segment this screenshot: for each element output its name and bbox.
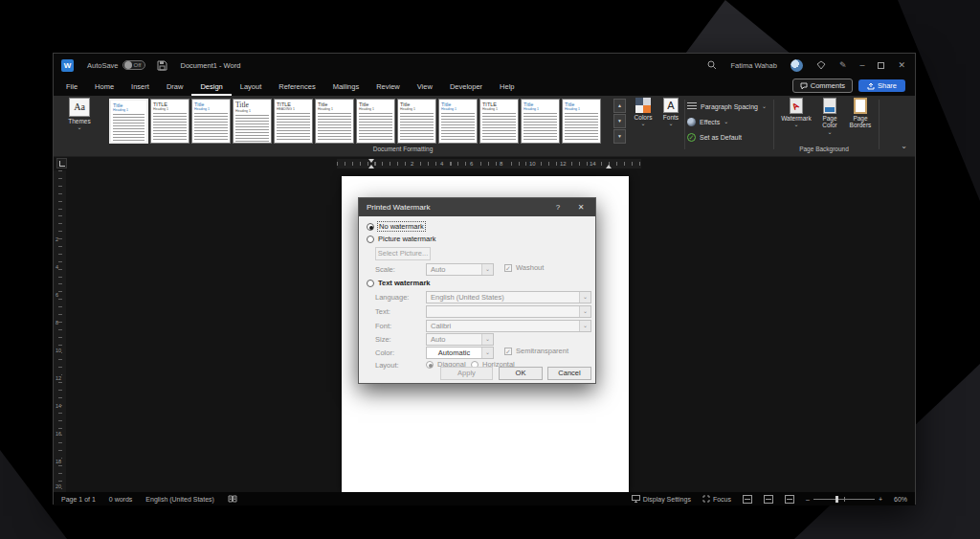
check-circle-icon: ✓ bbox=[687, 133, 696, 142]
user-name[interactable]: Fatima Wahab bbox=[730, 61, 777, 70]
style-set-thumbnail[interactable]: Title Heading 1 bbox=[521, 99, 560, 144]
thumb-heading: Heading 1 bbox=[359, 107, 392, 111]
ribbon-collapse-chevron[interactable]: ⌄ bbox=[901, 142, 907, 150]
select-picture-button[interactable]: Select Picture... bbox=[375, 247, 431, 260]
display-settings-button[interactable]: Display Settings bbox=[632, 495, 691, 503]
close-button[interactable]: ✕ bbox=[898, 60, 905, 70]
style-set-thumbnail[interactable]: Title Heading 1 bbox=[397, 99, 436, 144]
page-color-button[interactable]: Page Color ⌄ bbox=[815, 98, 844, 146]
vertical-ruler[interactable]: 2 4 6 8 10 12 14 16 18 20 bbox=[54, 170, 66, 492]
proofing-icon[interactable] bbox=[228, 495, 237, 504]
themes-button[interactable]: Aa Themes ⌄ bbox=[61, 98, 98, 146]
autosave-toggle[interactable]: Off bbox=[122, 60, 145, 70]
comments-button[interactable]: Comments bbox=[792, 79, 853, 93]
indent-marker-left[interactable] bbox=[368, 159, 374, 168]
zoom-track-midpoint bbox=[844, 497, 845, 502]
dialog-help-button[interactable]: ? bbox=[547, 203, 568, 212]
ribbon-tab-row: File Home Insert Draw Design Layout Refe… bbox=[54, 77, 915, 96]
ruler-number: 20 bbox=[56, 483, 61, 490]
tab-mailings[interactable]: Mailings bbox=[324, 79, 368, 96]
ok-button[interactable]: OK bbox=[499, 367, 543, 380]
washout-checkbox[interactable]: ✓ Washout bbox=[504, 263, 544, 272]
size-dropdown[interactable]: Auto ⌄ bbox=[426, 333, 494, 346]
thumb-heading: Heading 1 bbox=[318, 107, 351, 111]
scale-dropdown[interactable]: Auto ⌄ bbox=[426, 263, 494, 276]
save-icon[interactable] bbox=[157, 60, 167, 71]
tab-layout[interactable]: Layout bbox=[232, 79, 271, 96]
gallery-scroll-down-button[interactable]: ▼ bbox=[613, 114, 626, 128]
apply-button[interactable]: Apply bbox=[440, 367, 493, 380]
style-set-thumbnail[interactable]: TITLE Heading 1 bbox=[479, 99, 519, 144]
radio-label: Picture watermark bbox=[378, 235, 435, 243]
tab-design[interactable]: Design bbox=[191, 79, 231, 96]
share-button[interactable]: Share bbox=[858, 79, 905, 92]
avatar[interactable] bbox=[791, 59, 803, 72]
zoom-out-button[interactable]: – bbox=[806, 496, 810, 503]
style-set-thumbnail[interactable]: Title Heading 1 bbox=[356, 99, 395, 144]
tab-references[interactable]: References bbox=[270, 79, 323, 96]
effects-button[interactable]: Effects ⌄ bbox=[687, 115, 783, 128]
radio-text-watermark[interactable]: Text watermark bbox=[367, 279, 430, 287]
monitor-icon bbox=[632, 495, 640, 503]
gallery-more-button[interactable]: ▼ bbox=[613, 129, 626, 144]
zoom-handle[interactable] bbox=[835, 496, 838, 503]
font-dropdown[interactable]: Calibri ⌄ bbox=[426, 320, 591, 332]
style-set-thumbnail[interactable]: Title Heading 1 bbox=[315, 99, 354, 144]
tab-view[interactable]: View bbox=[409, 79, 441, 96]
radio-picture-watermark[interactable]: Picture watermark bbox=[367, 235, 435, 243]
color-dropdown[interactable]: Automatic ⌄ bbox=[426, 347, 494, 359]
radio-no-watermark[interactable]: No watermark bbox=[367, 222, 425, 231]
page-info[interactable]: Page 1 of 1 bbox=[61, 496, 96, 503]
pencil-icon[interactable]: ✎ bbox=[839, 60, 847, 70]
style-set-thumbnail[interactable]: TITLE Heading 1 bbox=[150, 99, 189, 144]
autosave-control[interactable]: AutoSave Off bbox=[87, 60, 145, 70]
diamond-icon[interactable] bbox=[816, 60, 826, 70]
thumb-lines bbox=[441, 113, 475, 142]
minimize-button[interactable]: – bbox=[859, 60, 864, 70]
style-set-thumbnail[interactable]: TITLE HEADING 1 bbox=[274, 99, 313, 144]
fonts-button[interactable]: A Fonts ⌄ bbox=[658, 98, 683, 146]
colors-button[interactable]: Colors ⌄ bbox=[630, 98, 657, 146]
semitransparent-checkbox[interactable]: ✓ Semitransparent bbox=[504, 347, 568, 355]
language-indicator[interactable]: English (United States) bbox=[145, 496, 214, 503]
search-icon[interactable] bbox=[707, 60, 717, 70]
indent-marker-right[interactable] bbox=[606, 165, 612, 168]
cancel-button[interactable]: Cancel bbox=[547, 367, 591, 380]
dialog-close-button[interactable]: ✕ bbox=[568, 203, 593, 212]
zoom-level[interactable]: 60% bbox=[894, 496, 907, 503]
watermark-label: Watermark bbox=[781, 115, 812, 122]
tab-insert[interactable]: Insert bbox=[122, 79, 158, 96]
text-dropdown[interactable]: ⌄ bbox=[426, 305, 591, 318]
zoom-slider[interactable]: – + bbox=[806, 496, 882, 503]
style-set-thumbnail[interactable]: Title Heading 1 bbox=[438, 99, 478, 144]
language-dropdown[interactable]: English (United States) ⌄ bbox=[426, 291, 591, 303]
thumb-heading: Heading 1 bbox=[441, 107, 475, 111]
set-as-default-button[interactable]: ✓ Set as Default bbox=[687, 130, 783, 144]
tab-stop-selector[interactable] bbox=[56, 158, 67, 168]
style-set-thumbnail[interactable]: Title Heading 1 bbox=[233, 99, 272, 144]
semitransparent-label: Semitransparent bbox=[516, 347, 568, 355]
tab-review[interactable]: Review bbox=[368, 79, 409, 96]
page-borders-button[interactable]: Page Borders bbox=[846, 98, 875, 146]
style-set-thumbnail[interactable]: Title Heading 1 bbox=[191, 99, 231, 144]
watermark-button[interactable]: A Watermark ⌄ bbox=[779, 98, 813, 146]
zoom-track[interactable] bbox=[813, 499, 875, 500]
read-mode-button[interactable] bbox=[743, 495, 752, 504]
print-layout-button[interactable] bbox=[764, 495, 773, 504]
zoom-in-button[interactable]: + bbox=[879, 496, 882, 503]
paragraph-spacing-button[interactable]: Paragraph Spacing ⌄ bbox=[687, 100, 783, 113]
tab-help[interactable]: Help bbox=[491, 79, 523, 96]
gallery-scroll-up-button[interactable]: ▲ bbox=[613, 99, 626, 113]
tab-home[interactable]: Home bbox=[86, 79, 122, 96]
dialog-title-bar[interactable]: Printed Watermark ? ✕ bbox=[359, 198, 595, 216]
maximize-button[interactable] bbox=[878, 62, 884, 69]
tab-draw[interactable]: Draw bbox=[158, 79, 192, 96]
tab-file[interactable]: File bbox=[57, 79, 86, 96]
horizontal-ruler[interactable]: 2 4 6 8 10 12 14 bbox=[337, 159, 641, 168]
web-layout-button[interactable] bbox=[785, 495, 794, 504]
tab-developer[interactable]: Developer bbox=[441, 79, 491, 96]
style-set-thumbnail[interactable]: Title Heading 1 bbox=[562, 99, 601, 144]
word-count[interactable]: 0 words bbox=[109, 496, 133, 503]
style-set-thumbnail[interactable]: Title Heading 1 bbox=[109, 99, 148, 144]
focus-button[interactable]: Focus bbox=[702, 495, 731, 503]
